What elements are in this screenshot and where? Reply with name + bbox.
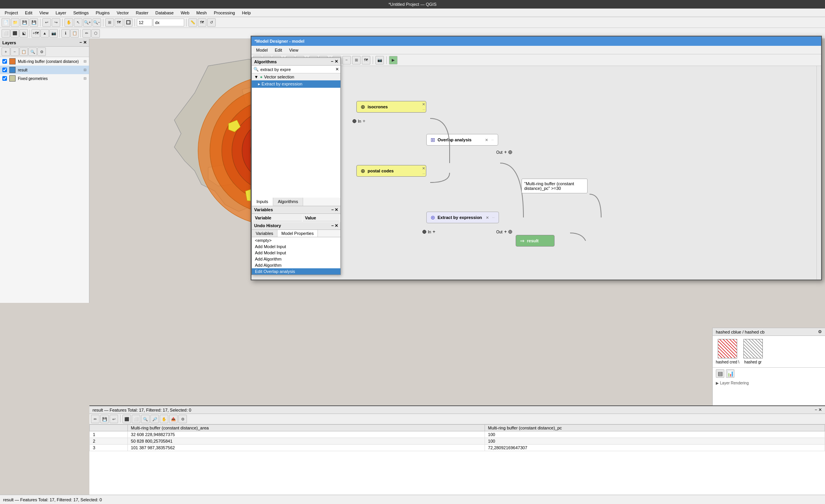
legend-layer-view[interactable]: ▤	[716, 369, 724, 378]
extract-in-plus[interactable]: +	[433, 229, 435, 235]
layer-item-0[interactable]: Multi-ring buffer (constant distance) ⊟	[0, 57, 89, 66]
attr-pan-sel[interactable]: ✋	[160, 415, 168, 423]
attr-select-all[interactable]: ⬛	[122, 415, 131, 423]
tb-pan[interactable]: ✋	[65, 18, 73, 27]
attr-save[interactable]: 💾	[100, 415, 109, 423]
attr-header-minimize[interactable]: −	[815, 407, 817, 412]
attr-edit[interactable]: ✏	[91, 415, 99, 423]
tb-save-as[interactable]: 💾	[30, 18, 38, 27]
attr-header-close[interactable]: ✕	[818, 407, 822, 412]
tb2-select-all[interactable]: ⬜	[2, 29, 10, 38]
layer-check-2[interactable]	[2, 76, 7, 81]
model-tb-zoom-fit[interactable]: ⊞	[352, 56, 361, 64]
menu-project[interactable]: Project	[2, 10, 21, 16]
attr-col-1[interactable]: Multi-ring buffer (constant distance)_ar…	[127, 425, 485, 431]
table-row[interactable]: 2 50 828 800,25705841 100	[90, 438, 825, 445]
node-overlap-close[interactable]: ✕	[485, 138, 488, 142]
layer-check-0[interactable]	[2, 59, 7, 64]
extract-out-plus[interactable]: +	[504, 229, 507, 235]
legend-chart-view[interactable]: 📊	[726, 369, 734, 378]
layers-add[interactable]: +	[2, 47, 10, 56]
vars-minimize[interactable]: −	[331, 207, 334, 212]
undo-minimize[interactable]: −	[331, 223, 334, 228]
table-row[interactable]: 1 32 608 228,948827375 100	[90, 431, 825, 438]
attr-settings[interactable]: ⚙	[178, 415, 187, 423]
node-isocrones-close[interactable]: ✕	[422, 102, 425, 106]
undo-close[interactable]: ✕	[335, 223, 338, 228]
tb2-digitize[interactable]: ✏	[82, 29, 91, 38]
model-menu-view[interactable]: View	[286, 47, 302, 53]
undo-tab-model-props[interactable]: Model Properties	[277, 230, 318, 237]
layer-expand-1[interactable]: ⊟	[84, 68, 87, 72]
undo-tab-variables[interactable]: Variables	[252, 230, 277, 237]
layers-remove[interactable]: −	[10, 47, 19, 56]
node-overlap-analysis[interactable]: ⊞ Overlap analysis ✕ ···	[426, 134, 498, 146]
tb-zoom-out[interactable]: 🔍−	[92, 18, 101, 27]
tb2-attributes[interactable]: 📋	[70, 29, 79, 38]
tb2-node[interactable]: ⬡	[91, 29, 100, 38]
model-menu-model[interactable]: Model	[253, 47, 271, 53]
tb-zoom-layer[interactable]: 🗺	[115, 18, 123, 27]
tb2-deselect[interactable]: ⬛	[10, 29, 19, 38]
node-extract-close[interactable]: ✕	[486, 216, 489, 220]
attr-col-0[interactable]	[90, 425, 128, 431]
overlap-out-plus[interactable]: +	[504, 149, 507, 155]
attr-export[interactable]: 📤	[169, 415, 178, 423]
undo-item-0[interactable]: <empty>	[252, 237, 340, 243]
layer-item-2[interactable]: Fixed geometries ⊟	[0, 74, 89, 83]
layers-close[interactable]: ✕	[83, 40, 87, 45]
layer-expand-0[interactable]: ⊟	[84, 59, 87, 63]
node-extract-expression[interactable]: ⊛ Extract by expression ✕ ···	[426, 212, 499, 223]
isocrones-in-plus[interactable]: +	[363, 118, 365, 124]
node-result[interactable]: ⇒ result	[516, 235, 555, 247]
menu-raster[interactable]: Raster	[133, 10, 151, 16]
tb-save[interactable]: 💾	[20, 18, 29, 27]
menu-help[interactable]: Help	[239, 10, 254, 16]
layers-settings[interactable]: ⚙	[37, 47, 46, 56]
tb-new[interactable]: 📄	[2, 18, 10, 27]
tab-inputs[interactable]: Inputs	[252, 198, 273, 206]
menu-web[interactable]: Web	[178, 10, 192, 16]
tb-rotate[interactable]: ↺	[207, 18, 216, 27]
undo-item-4[interactable]: Add Algorithm	[252, 262, 340, 268]
tb-pan-map[interactable]: 🗺	[198, 18, 206, 27]
layers-minimize[interactable]: −	[80, 40, 82, 45]
menu-processing[interactable]: Processing	[211, 10, 238, 16]
attr-deselect[interactable]: ⬜	[132, 415, 140, 423]
layer-item-1[interactable]: result ⊟	[0, 66, 89, 74]
menu-mesh[interactable]: Mesh	[193, 10, 210, 16]
menu-plugins[interactable]: Plugins	[92, 10, 113, 16]
tb-select[interactable]: ↖	[74, 18, 82, 27]
menu-view[interactable]: View	[36, 10, 52, 16]
canvas-scrollbar-v[interactable]	[816, 66, 821, 280]
tb2-invert[interactable]: ⬕	[19, 29, 28, 38]
algo-search-clear[interactable]: ✕	[335, 67, 339, 72]
algo-category-vector-selection[interactable]: ▼ ● Vector selection	[252, 73, 340, 80]
layer-expand-2[interactable]: ⊟	[84, 76, 87, 80]
node-postal-codes-close[interactable]: ✕	[422, 166, 425, 170]
tab-algorithms[interactable]: Algorithms	[273, 198, 303, 206]
tb-measure[interactable]: 📏	[188, 18, 197, 27]
layers-open-attr[interactable]: 📋	[19, 47, 28, 56]
model-tb-zoom-out[interactable]: −	[342, 56, 351, 64]
tb2-add-vector[interactable]: ▲	[40, 29, 49, 38]
undo-item-2[interactable]: Add Model Input	[252, 250, 340, 256]
layers-filter[interactable]: 🔍	[28, 47, 37, 56]
tb2-identify[interactable]: ℹ	[61, 29, 70, 38]
node-isocrones[interactable]: ⊕ isocrones ✕ ···	[356, 101, 426, 113]
table-row[interactable]: 3 101 387 987,38357562 72,28092169647307	[90, 445, 825, 451]
algo-search-row[interactable]: 🔍 ✕	[252, 66, 340, 73]
menu-edit[interactable]: Edit	[22, 10, 35, 16]
undo-item-5[interactable]: Edit Overlap analysis	[252, 268, 340, 275]
menu-vector[interactable]: Vector	[113, 10, 132, 16]
model-tb-snapshot[interactable]: 📷	[375, 56, 384, 64]
tb-zoom-selection[interactable]: 🔲	[124, 18, 133, 27]
legend-settings[interactable]: ⚙	[818, 329, 822, 334]
scale-input[interactable]	[137, 19, 152, 26]
algo-minimize[interactable]: −	[331, 59, 333, 64]
crs-input[interactable]	[153, 19, 184, 26]
algo-close[interactable]: ✕	[335, 59, 338, 64]
algo-search-input[interactable]	[260, 67, 335, 72]
menu-settings[interactable]: Settings	[70, 10, 92, 16]
undo-item-3[interactable]: Add Algorithm	[252, 256, 340, 262]
